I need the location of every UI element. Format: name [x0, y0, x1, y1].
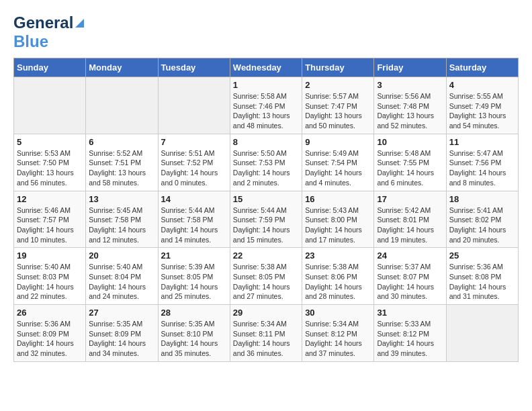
calendar-week-row: 19Sunrise: 5:40 AM Sunset: 8:03 PM Dayli…	[14, 248, 519, 305]
calendar-cell	[86, 77, 158, 134]
day-of-week-header: Sunday	[14, 58, 86, 77]
logo: General Blue	[13, 13, 84, 51]
day-info: Sunrise: 5:49 AM Sunset: 7:54 PM Dayligh…	[305, 148, 371, 188]
day-number: 20	[89, 250, 154, 261]
calendar-cell: 25Sunrise: 5:36 AM Sunset: 8:08 PM Dayli…	[446, 248, 518, 305]
day-info: Sunrise: 5:56 AM Sunset: 7:48 PM Dayligh…	[377, 91, 443, 131]
day-info: Sunrise: 5:39 AM Sunset: 8:05 PM Dayligh…	[161, 262, 227, 302]
calendar-cell: 19Sunrise: 5:40 AM Sunset: 8:03 PM Dayli…	[14, 248, 86, 305]
calendar-cell: 12Sunrise: 5:46 AM Sunset: 7:57 PM Dayli…	[14, 191, 86, 248]
calendar-cell: 1Sunrise: 5:58 AM Sunset: 7:46 PM Daylig…	[230, 77, 302, 134]
day-number: 5	[17, 137, 83, 147]
calendar-cell	[14, 77, 86, 134]
logo-blue: Blue	[13, 32, 48, 50]
day-number: 17	[377, 194, 443, 204]
calendar-cell	[446, 305, 518, 362]
day-number: 1	[233, 80, 299, 90]
day-info: Sunrise: 5:37 AM Sunset: 8:07 PM Dayligh…	[377, 262, 443, 302]
day-number: 23	[305, 250, 371, 261]
day-info: Sunrise: 5:50 AM Sunset: 7:53 PM Dayligh…	[233, 148, 299, 188]
day-info: Sunrise: 5:40 AM Sunset: 8:04 PM Dayligh…	[89, 262, 154, 302]
day-number: 29	[233, 308, 299, 318]
calendar-cell: 5Sunrise: 5:53 AM Sunset: 7:50 PM Daylig…	[14, 134, 86, 191]
calendar-cell	[158, 77, 230, 134]
day-info: Sunrise: 5:35 AM Sunset: 8:10 PM Dayligh…	[161, 319, 227, 359]
calendar-cell: 3Sunrise: 5:56 AM Sunset: 7:48 PM Daylig…	[374, 77, 446, 134]
calendar-cell: 14Sunrise: 5:44 AM Sunset: 7:58 PM Dayli…	[158, 191, 230, 248]
calendar-week-row: 26Sunrise: 5:36 AM Sunset: 8:09 PM Dayli…	[14, 305, 519, 362]
calendar-cell: 28Sunrise: 5:35 AM Sunset: 8:10 PM Dayli…	[158, 305, 230, 362]
day-info: Sunrise: 5:51 AM Sunset: 7:52 PM Dayligh…	[161, 148, 227, 188]
calendar-cell: 21Sunrise: 5:39 AM Sunset: 8:05 PM Dayli…	[158, 248, 230, 305]
day-info: Sunrise: 5:44 AM Sunset: 7:58 PM Dayligh…	[161, 205, 227, 245]
day-info: Sunrise: 5:46 AM Sunset: 7:57 PM Dayligh…	[17, 205, 83, 245]
day-info: Sunrise: 5:47 AM Sunset: 7:56 PM Dayligh…	[449, 148, 515, 188]
day-info: Sunrise: 5:41 AM Sunset: 8:02 PM Dayligh…	[449, 205, 515, 245]
day-number: 7	[161, 137, 227, 147]
day-info: Sunrise: 5:35 AM Sunset: 8:09 PM Dayligh…	[89, 319, 154, 359]
day-number: 15	[233, 194, 299, 204]
calendar-table: SundayMondayTuesdayWednesdayThursdayFrid…	[13, 58, 519, 362]
calendar-cell: 15Sunrise: 5:44 AM Sunset: 7:59 PM Dayli…	[230, 191, 302, 248]
day-number: 2	[305, 80, 371, 90]
calendar-cell: 9Sunrise: 5:49 AM Sunset: 7:54 PM Daylig…	[302, 134, 374, 191]
day-number: 16	[305, 194, 371, 204]
day-of-week-header: Thursday	[302, 58, 374, 77]
day-number: 14	[161, 194, 227, 204]
calendar-cell: 29Sunrise: 5:34 AM Sunset: 8:11 PM Dayli…	[230, 305, 302, 362]
day-number: 22	[233, 250, 299, 261]
calendar-cell: 2Sunrise: 5:57 AM Sunset: 7:47 PM Daylig…	[302, 77, 374, 134]
calendar-cell: 6Sunrise: 5:52 AM Sunset: 7:51 PM Daylig…	[86, 134, 158, 191]
day-number: 9	[305, 137, 371, 147]
day-of-week-header: Tuesday	[158, 58, 230, 77]
calendar-cell: 10Sunrise: 5:48 AM Sunset: 7:55 PM Dayli…	[374, 134, 446, 191]
day-info: Sunrise: 5:36 AM Sunset: 8:09 PM Dayligh…	[17, 319, 83, 359]
day-number: 26	[17, 308, 83, 318]
day-number: 3	[377, 80, 443, 90]
day-number: 27	[89, 308, 154, 318]
day-info: Sunrise: 5:38 AM Sunset: 8:06 PM Dayligh…	[305, 262, 371, 302]
day-info: Sunrise: 5:53 AM Sunset: 7:50 PM Dayligh…	[17, 148, 83, 188]
day-info: Sunrise: 5:33 AM Sunset: 8:12 PM Dayligh…	[377, 319, 443, 359]
calendar-cell: 26Sunrise: 5:36 AM Sunset: 8:09 PM Dayli…	[14, 305, 86, 362]
day-info: Sunrise: 5:52 AM Sunset: 7:51 PM Dayligh…	[89, 148, 154, 188]
day-number: 24	[377, 250, 443, 261]
header: General Blue	[13, 13, 519, 51]
day-info: Sunrise: 5:36 AM Sunset: 8:08 PM Dayligh…	[449, 262, 515, 302]
day-number: 25	[449, 250, 515, 261]
calendar-cell: 4Sunrise: 5:55 AM Sunset: 7:49 PM Daylig…	[446, 77, 518, 134]
day-number: 11	[449, 137, 515, 147]
calendar-week-row: 12Sunrise: 5:46 AM Sunset: 7:57 PM Dayli…	[14, 191, 519, 248]
day-of-week-header: Saturday	[446, 58, 518, 77]
calendar-cell: 16Sunrise: 5:43 AM Sunset: 8:00 PM Dayli…	[302, 191, 374, 248]
day-number: 12	[17, 194, 83, 204]
calendar-cell: 13Sunrise: 5:45 AM Sunset: 7:58 PM Dayli…	[86, 191, 158, 248]
day-number: 31	[377, 308, 443, 318]
logo-arrow-icon	[75, 19, 84, 28]
day-info: Sunrise: 5:42 AM Sunset: 8:01 PM Dayligh…	[377, 205, 443, 245]
calendar-cell: 11Sunrise: 5:47 AM Sunset: 7:56 PM Dayli…	[446, 134, 518, 191]
day-info: Sunrise: 5:34 AM Sunset: 8:11 PM Dayligh…	[233, 319, 299, 359]
day-number: 13	[89, 194, 154, 204]
day-info: Sunrise: 5:48 AM Sunset: 7:55 PM Dayligh…	[377, 148, 443, 188]
calendar-cell: 31Sunrise: 5:33 AM Sunset: 8:12 PM Dayli…	[374, 305, 446, 362]
calendar-cell: 24Sunrise: 5:37 AM Sunset: 8:07 PM Dayli…	[374, 248, 446, 305]
day-info: Sunrise: 5:38 AM Sunset: 8:05 PM Dayligh…	[233, 262, 299, 302]
day-info: Sunrise: 5:55 AM Sunset: 7:49 PM Dayligh…	[449, 91, 515, 131]
day-number: 10	[377, 137, 443, 147]
calendar-cell: 27Sunrise: 5:35 AM Sunset: 8:09 PM Dayli…	[86, 305, 158, 362]
calendar-cell: 22Sunrise: 5:38 AM Sunset: 8:05 PM Dayli…	[230, 248, 302, 305]
day-number: 19	[17, 250, 83, 261]
calendar-cell: 7Sunrise: 5:51 AM Sunset: 7:52 PM Daylig…	[158, 134, 230, 191]
day-info: Sunrise: 5:57 AM Sunset: 7:47 PM Dayligh…	[305, 91, 371, 131]
day-number: 18	[449, 194, 515, 204]
day-info: Sunrise: 5:43 AM Sunset: 8:00 PM Dayligh…	[305, 205, 371, 245]
calendar-cell: 17Sunrise: 5:42 AM Sunset: 8:01 PM Dayli…	[374, 191, 446, 248]
calendar-cell: 23Sunrise: 5:38 AM Sunset: 8:06 PM Dayli…	[302, 248, 374, 305]
calendar-cell: 8Sunrise: 5:50 AM Sunset: 7:53 PM Daylig…	[230, 134, 302, 191]
day-number: 28	[161, 308, 227, 318]
day-number: 30	[305, 308, 371, 318]
day-info: Sunrise: 5:44 AM Sunset: 7:59 PM Dayligh…	[233, 205, 299, 245]
day-info: Sunrise: 5:58 AM Sunset: 7:46 PM Dayligh…	[233, 91, 299, 131]
day-number: 21	[161, 250, 227, 261]
